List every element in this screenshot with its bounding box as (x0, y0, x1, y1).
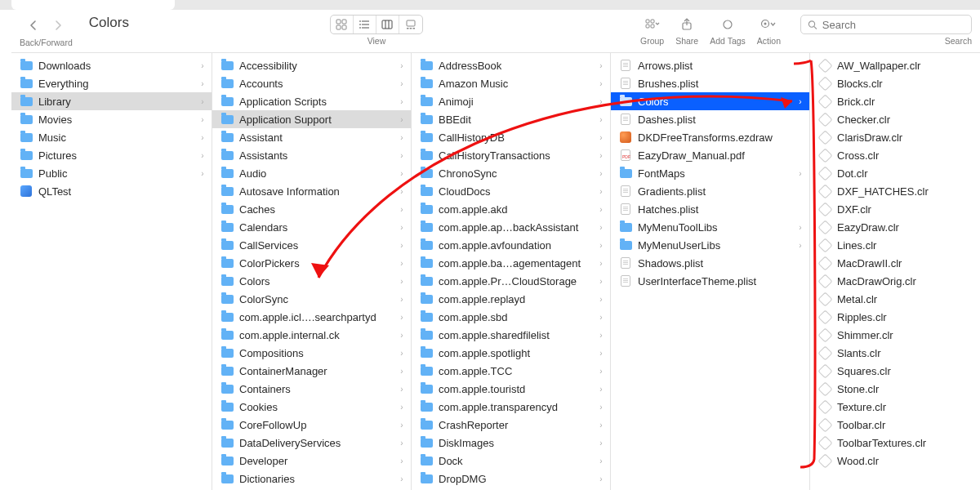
list-item[interactable]: com.apple.akd› (412, 200, 610, 218)
list-item[interactable]: ToolbarTextures.clr (810, 434, 980, 452)
list-item[interactable]: Texture.clr (810, 398, 980, 416)
list-item[interactable]: FontMaps› (611, 164, 809, 182)
list-item[interactable]: DataDeliveryServices› (212, 434, 411, 452)
list-item[interactable]: Gradients.plist (611, 182, 809, 200)
list-item[interactable]: Colors› (611, 92, 809, 110)
list-item[interactable]: DiskImages› (412, 434, 610, 452)
column-4[interactable]: AW_Wallpaper.clrBlocks.clrBrick.clrCheck… (810, 53, 980, 490)
list-item[interactable]: DXF_HATCHES.clr (810, 182, 980, 200)
list-item[interactable]: com.apple.Pr…CloudStorage› (412, 272, 610, 290)
view-icons-button[interactable] (331, 16, 354, 33)
list-item[interactable]: Pictures› (11, 146, 212, 164)
list-item[interactable]: Downloads› (11, 56, 212, 74)
list-item[interactable]: Public› (11, 164, 212, 182)
list-item[interactable]: Hatches.plist (611, 200, 809, 218)
list-item[interactable]: ColorPickers› (212, 254, 411, 272)
group-button[interactable] (641, 15, 664, 34)
list-item[interactable]: CallHistoryTransactions› (412, 146, 610, 164)
list-item[interactable]: Lines.clr (810, 236, 980, 254)
column-2[interactable]: AddressBook›Amazon Music›Animoji›BBEdit›… (412, 53, 611, 490)
share-button[interactable] (675, 15, 698, 34)
back-button[interactable] (24, 16, 42, 34)
list-item[interactable]: Music› (11, 128, 212, 146)
list-item[interactable]: AW_Wallpaper.clr (810, 56, 980, 74)
list-item[interactable]: AddressBook› (412, 56, 610, 74)
list-item[interactable]: Everything› (11, 74, 212, 92)
list-item[interactable]: Assistants› (212, 146, 411, 164)
list-item[interactable]: Autosave Information› (212, 182, 411, 200)
search-input[interactable] (822, 19, 964, 31)
list-item[interactable]: Metal.clr (810, 290, 980, 308)
list-item[interactable]: Dot.clr (810, 164, 980, 182)
list-item[interactable]: com.apple.internal.ck› (212, 326, 411, 344)
list-item[interactable]: Calendars› (212, 218, 411, 236)
list-item[interactable]: Containers› (212, 380, 411, 398)
list-item[interactable]: Compositions› (212, 344, 411, 362)
list-item[interactable]: com.apple.avfoundation› (412, 236, 610, 254)
list-item[interactable]: Dock› (412, 452, 610, 470)
list-item[interactable]: Application Support› (212, 110, 411, 128)
column-1[interactable]: Accessibility›Accounts›Application Scrip… (212, 53, 412, 490)
list-item[interactable]: com.apple.sbd› (412, 308, 610, 326)
list-item[interactable]: com.apple.spotlight› (412, 344, 610, 362)
list-item[interactable]: Accounts› (212, 74, 411, 92)
list-item[interactable]: Developer› (212, 452, 411, 470)
list-item[interactable]: Assistant› (212, 128, 411, 146)
list-item[interactable]: Amazon Music› (412, 74, 610, 92)
list-item[interactable]: Ripples.clr (810, 308, 980, 326)
list-item[interactable]: MacDrawII.clr (810, 254, 980, 272)
list-item[interactable]: com.apple.transparencyd› (412, 398, 610, 416)
list-item[interactable]: Shimmer.clr (810, 326, 980, 344)
list-item[interactable]: Movies› (11, 110, 212, 128)
list-item[interactable]: Blocks.clr (810, 74, 980, 92)
list-item[interactable]: Cookies› (212, 398, 411, 416)
column-0[interactable]: Downloads›Everything›Library›Movies›Musi… (11, 53, 212, 490)
forward-button[interactable] (49, 16, 67, 34)
list-item[interactable]: com.apple.TCC› (412, 362, 610, 380)
list-item[interactable]: Toolbar.clr (810, 416, 980, 434)
list-item[interactable]: Application Scripts› (212, 92, 411, 110)
list-item[interactable]: EazyDraw_Manual.pdf (611, 146, 809, 164)
list-item[interactable]: CloudDocs› (412, 182, 610, 200)
list-item[interactable]: MyMenuUserLibs› (611, 236, 809, 254)
list-item[interactable]: com.apple.ba…agementagent› (412, 254, 610, 272)
list-item[interactable]: Shadows.plist (611, 254, 809, 272)
tags-button[interactable] (716, 15, 739, 34)
list-item[interactable]: Dashes.plist (611, 110, 809, 128)
list-item[interactable]: Checker.clr (810, 110, 980, 128)
list-item[interactable]: Accessibility› (212, 56, 411, 74)
list-item[interactable]: ColorSync› (212, 290, 411, 308)
list-item[interactable]: ContainerManager› (212, 362, 411, 380)
list-item[interactable]: Slants.clr (810, 344, 980, 362)
list-item[interactable]: DKDFreeTransforms.ezdraw (611, 128, 809, 146)
list-item[interactable]: com.apple.ap…backAssistant› (412, 218, 610, 236)
list-item[interactable]: MacDrawOrig.clr (810, 272, 980, 290)
search-field[interactable] (800, 15, 972, 34)
list-item[interactable]: ClarisDraw.clr (810, 128, 980, 146)
list-item[interactable]: com.apple.sharedfilelist› (412, 326, 610, 344)
view-list-button[interactable] (354, 16, 376, 33)
list-item[interactable]: Squares.clr (810, 362, 980, 380)
list-item[interactable]: Stone.clr (810, 380, 980, 398)
list-item[interactable]: com.apple.icl….searchpartyd› (212, 308, 411, 326)
action-button[interactable] (757, 15, 780, 34)
column-3[interactable]: Arrows.plistBrushes.plistColors›Dashes.p… (611, 53, 810, 490)
list-item[interactable]: com.apple.replayd› (412, 290, 610, 308)
list-item[interactable]: Brick.clr (810, 92, 980, 110)
list-item[interactable]: Colors› (212, 272, 411, 290)
list-item[interactable]: Arrows.plist (611, 56, 809, 74)
list-item[interactable]: CallServices› (212, 236, 411, 254)
list-item[interactable]: Cross.clr (810, 146, 980, 164)
list-item[interactable]: DXF.clr (810, 200, 980, 218)
list-item[interactable]: Wood.clr (810, 452, 980, 470)
list-item[interactable]: UserInterfaceTheme.plist (611, 272, 809, 290)
list-item[interactable]: DropDMG› (412, 470, 610, 488)
list-item[interactable]: CoreFollowUp› (212, 416, 411, 434)
list-item[interactable]: QLTest (11, 182, 212, 200)
list-item[interactable]: BBEdit› (412, 110, 610, 128)
list-item[interactable]: Dictionaries› (212, 470, 411, 488)
list-item[interactable]: Caches› (212, 200, 411, 218)
list-item[interactable]: Audio› (212, 164, 411, 182)
list-item[interactable]: CallHistoryDB› (412, 128, 610, 146)
list-item[interactable]: Animoji› (412, 92, 610, 110)
